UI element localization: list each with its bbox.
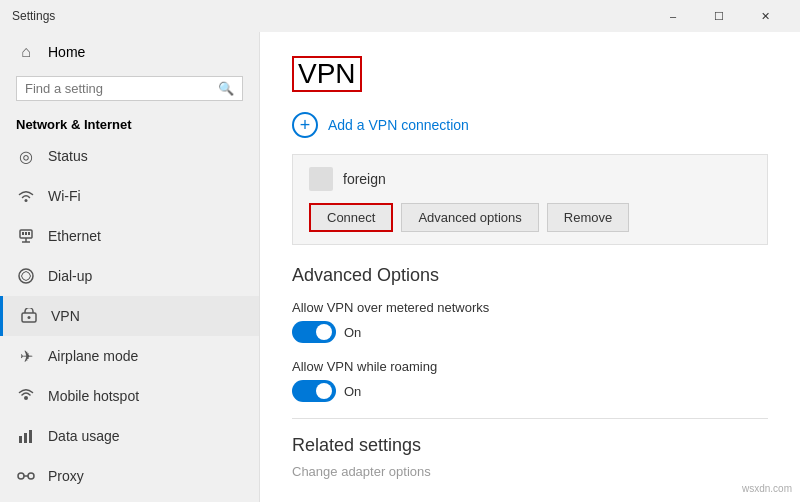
plus-icon: + (292, 112, 318, 138)
sidebar-section-title: Network & Internet (0, 109, 259, 136)
svg-rect-5 (25, 232, 27, 235)
metered-label: Allow VPN over metered networks (292, 300, 768, 315)
airplane-icon: ✈ (16, 346, 36, 366)
maximize-button[interactable]: ☐ (696, 0, 742, 32)
vpn-connection-name: foreign (343, 171, 386, 187)
svg-point-14 (18, 473, 24, 479)
ethernet-icon (16, 226, 36, 246)
sidebar-item-ethernet[interactable]: Ethernet (0, 216, 259, 256)
minimize-button[interactable]: – (650, 0, 696, 32)
home-icon: ⌂ (16, 42, 36, 62)
metered-state: On (344, 325, 361, 340)
sidebar-item-label: Status (48, 148, 88, 164)
hotspot-icon (16, 386, 36, 406)
metered-toggle[interactable] (292, 321, 336, 343)
vpn-icon (19, 306, 39, 326)
app-body: ⌂ Home 🔍 Network & Internet ◎ Status Wi-… (0, 32, 800, 502)
proxy-icon (16, 466, 36, 486)
titlebar: Settings – ☐ ✕ (0, 0, 800, 32)
sidebar-item-vpn[interactable]: VPN (0, 296, 259, 336)
sidebar-item-label: Airplane mode (48, 348, 138, 364)
vpn-card-buttons: Connect Advanced options Remove (309, 203, 751, 232)
wifi-icon (16, 186, 36, 206)
svg-point-10 (24, 396, 28, 400)
roaming-label: Allow VPN while roaming (292, 359, 768, 374)
svg-rect-4 (22, 232, 24, 235)
sidebar-item-label: Ethernet (48, 228, 101, 244)
svg-rect-12 (24, 433, 27, 443)
svg-rect-11 (19, 436, 22, 443)
sidebar-item-label: VPN (51, 308, 80, 324)
related-settings-heading: Related settings (292, 435, 768, 456)
metered-toggle-row: Allow VPN over metered networks On (292, 300, 768, 343)
sidebar-item-wifi[interactable]: Wi-Fi (0, 176, 259, 216)
sidebar-item-label: Dial-up (48, 268, 92, 284)
divider (292, 418, 768, 419)
svg-point-0 (25, 199, 28, 202)
search-icon: 🔍 (218, 81, 234, 96)
main-panel: VPN + Add a VPN connection foreign Conne… (260, 32, 800, 502)
close-button[interactable]: ✕ (742, 0, 788, 32)
sidebar-item-hotspot[interactable]: Mobile hotspot (0, 376, 259, 416)
page-title: VPN (292, 56, 362, 92)
sidebar-item-proxy[interactable]: Proxy (0, 456, 259, 496)
remove-button[interactable]: Remove (547, 203, 629, 232)
svg-point-9 (28, 316, 31, 319)
svg-rect-6 (28, 232, 30, 235)
titlebar-title: Settings (12, 9, 650, 23)
status-icon: ◎ (16, 146, 36, 166)
sidebar: ⌂ Home 🔍 Network & Internet ◎ Status Wi-… (0, 32, 260, 502)
sidebar-item-label: Wi-Fi (48, 188, 81, 204)
add-vpn-label: Add a VPN connection (328, 117, 469, 133)
sidebar-item-label: Data usage (48, 428, 120, 444)
watermark: wsxdn.com (742, 483, 792, 494)
advanced-options-heading: Advanced Options (292, 265, 768, 286)
vpn-card: foreign Connect Advanced options Remove (292, 154, 768, 245)
svg-rect-13 (29, 430, 32, 443)
titlebar-controls: – ☐ ✕ (650, 0, 788, 32)
sidebar-item-dialup[interactable]: Dial-up (0, 256, 259, 296)
search-box: 🔍 (16, 76, 243, 101)
advanced-options-button[interactable]: Advanced options (401, 203, 538, 232)
sidebar-item-airplane[interactable]: ✈ Airplane mode (0, 336, 259, 376)
roaming-toggle[interactable] (292, 380, 336, 402)
add-vpn-row[interactable]: + Add a VPN connection (292, 112, 768, 138)
sidebar-item-datausage[interactable]: Data usage (0, 416, 259, 456)
roaming-toggle-row: Allow VPN while roaming On (292, 359, 768, 402)
dialup-icon (16, 266, 36, 286)
svg-point-15 (28, 473, 34, 479)
vpn-card-icon (309, 167, 333, 191)
sidebar-home-label: Home (48, 44, 85, 60)
roaming-state: On (344, 384, 361, 399)
sidebar-item-home[interactable]: ⌂ Home (0, 32, 259, 72)
sidebar-item-label: Mobile hotspot (48, 388, 139, 404)
vpn-card-name: foreign (309, 167, 751, 191)
roaming-toggle-control: On (292, 380, 768, 402)
search-input[interactable] (25, 81, 218, 96)
metered-toggle-control: On (292, 321, 768, 343)
connect-button[interactable]: Connect (309, 203, 393, 232)
change-adapter-link[interactable]: Change adapter options (292, 464, 768, 479)
sidebar-item-label: Proxy (48, 468, 84, 484)
datausage-icon (16, 426, 36, 446)
sidebar-item-status[interactable]: ◎ Status (0, 136, 259, 176)
